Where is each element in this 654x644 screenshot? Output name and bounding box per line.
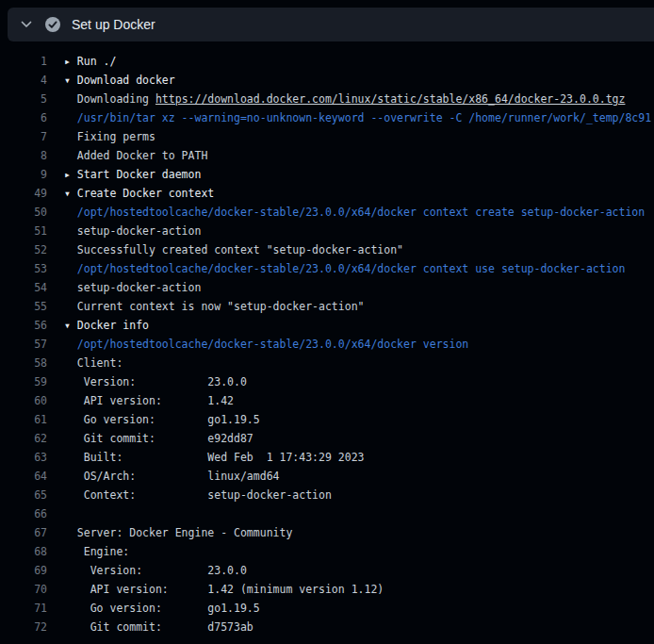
log-line: 55 Current context is now "setup-docker-… — [0, 297, 654, 316]
line-content: Version: 23.0.0 — [47, 561, 247, 580]
chevron-down-icon[interactable] — [15, 17, 38, 32]
line-content: Fixing perms — [47, 127, 155, 146]
line-number[interactable]: 50 — [0, 203, 47, 222]
line-content: Added Docker to PATH — [47, 146, 207, 165]
line-content: /opt/hostedtoolcache/docker-stable/23.0.… — [47, 259, 625, 278]
line-number[interactable]: 68 — [0, 542, 47, 561]
line-content: setup-docker-action — [47, 278, 201, 297]
log-line: 50 /opt/hostedtoolcache/docker-stable/23… — [0, 203, 654, 222]
log-line: 66 — [0, 504, 654, 523]
line-content: Engine: — [47, 542, 129, 561]
step-title: Set up Docker — [72, 17, 155, 32]
log-line: 54 setup-docker-action — [0, 278, 654, 297]
line-number[interactable]: 4 — [0, 71, 47, 90]
log-line: 4 ▾ Download docker — [0, 71, 654, 90]
line-content: setup-docker-action — [47, 222, 201, 240]
log-line: 9 ▸ Start Docker daemon — [0, 165, 654, 184]
line-number[interactable]: 63 — [0, 448, 47, 467]
check-circle-icon — [45, 17, 60, 32]
line-content: Client: — [47, 354, 123, 372]
log-line: 59 Version: 23.0.0 — [0, 372, 654, 391]
line-content: OS/Arch: linux/amd64 — [47, 467, 279, 486]
log-group-title[interactable]: ▾ Docker info — [47, 316, 149, 335]
log-line: 7 Fixing perms — [0, 127, 654, 146]
line-content: /opt/hostedtoolcache/docker-stable/23.0.… — [47, 335, 468, 354]
line-number[interactable]: 65 — [0, 486, 47, 504]
line-number[interactable]: 60 — [0, 391, 47, 410]
line-content — [47, 504, 77, 523]
log-line: 68 Engine: — [0, 542, 654, 561]
log-line: 49 ▾ Create Docker context — [0, 184, 654, 203]
line-content: /opt/hostedtoolcache/docker-stable/23.0.… — [47, 203, 645, 222]
log-line: 1 ▸ Run ./ — [0, 52, 654, 71]
line-content: Version: 23.0.0 — [47, 372, 247, 391]
line-number[interactable]: 53 — [0, 259, 47, 278]
line-content: API version: 1.42 (minimum version 1.12) — [47, 580, 384, 599]
log-line: 58 Client: — [0, 354, 654, 372]
line-content: Go version: go1.19.5 — [47, 599, 260, 618]
line-number[interactable]: 8 — [0, 146, 47, 165]
log-group-title[interactable]: ▸ Run ./ — [47, 52, 116, 71]
line-number[interactable]: 67 — [0, 523, 47, 542]
line-content: Downloading https://download.docker.com/… — [47, 90, 625, 108]
log-line: 67 Server: Docker Engine - Community — [0, 523, 654, 542]
log-line: 61 Go version: go1.19.5 — [0, 410, 654, 429]
line-content: Go version: go1.19.5 — [47, 410, 260, 429]
line-number[interactable]: 6 — [0, 108, 47, 127]
line-content: Current context is now "setup-docker-act… — [47, 297, 365, 316]
line-number[interactable]: 64 — [0, 467, 47, 486]
log-line: 57 /opt/hostedtoolcache/docker-stable/23… — [0, 335, 654, 354]
log-line: 5 Downloading https://download.docker.co… — [0, 90, 654, 108]
log-line: 71 Go version: go1.19.5 — [0, 599, 654, 618]
log-group-title[interactable]: ▾ Create Docker context — [47, 184, 214, 203]
line-content: /usr/bin/tar xz --warning=no-unknown-key… — [47, 108, 651, 127]
line-number[interactable]: 69 — [0, 561, 47, 580]
line-number[interactable]: 52 — [0, 240, 47, 259]
line-number[interactable]: 66 — [0, 504, 47, 523]
line-number[interactable]: 56 — [0, 316, 47, 335]
log-line: 53 /opt/hostedtoolcache/docker-stable/23… — [0, 259, 654, 278]
line-content: Git commit: e92dd87 — [47, 429, 253, 448]
line-number[interactable]: 62 — [0, 429, 47, 448]
line-number[interactable]: 58 — [0, 354, 47, 372]
line-content: Successfully created context "setup-dock… — [47, 240, 403, 259]
log-group-title[interactable]: ▾ Download docker — [47, 71, 175, 90]
line-content: Built: Wed Feb 1 17:43:29 2023 — [47, 448, 365, 467]
line-number[interactable]: 61 — [0, 410, 47, 429]
log-line: 64 OS/Arch: linux/amd64 — [0, 467, 654, 486]
line-content: Git commit: d7573ab — [47, 618, 253, 636]
log-line: 70 API version: 1.42 (minimum version 1.… — [0, 580, 654, 599]
line-number[interactable]: 1 — [0, 52, 47, 71]
log-line: 72 Git commit: d7573ab — [0, 618, 654, 636]
line-number[interactable]: 5 — [0, 90, 47, 108]
log-line: 6 /usr/bin/tar xz --warning=no-unknown-k… — [0, 108, 654, 127]
log-line: 63 Built: Wed Feb 1 17:43:29 2023 — [0, 448, 654, 467]
log-line: 51 setup-docker-action — [0, 222, 654, 240]
line-number[interactable]: 55 — [0, 297, 47, 316]
line-number[interactable]: 57 — [0, 335, 47, 354]
log-group-title[interactable]: ▸ Start Docker daemon — [47, 165, 201, 184]
log-url-link[interactable]: https://download.docker.com/linux/static… — [155, 92, 626, 106]
line-number[interactable]: 70 — [0, 580, 47, 599]
log-line: 62 Git commit: e92dd87 — [0, 429, 654, 448]
line-content: Server: Docker Engine - Community — [47, 523, 292, 542]
line-content: Context: setup-docker-action — [47, 486, 332, 504]
log-lines: 1 ▸ Run ./ 4 ▾ Download docker 5 Downloa… — [0, 41, 654, 644]
step-header-setup-docker[interactable]: Set up Docker — [8, 8, 654, 41]
log-line: 65 Context: setup-docker-action — [0, 486, 654, 504]
log-line: 56 ▾ Docker info — [0, 316, 654, 335]
line-number[interactable]: 49 — [0, 184, 47, 203]
log-line: 52 Successfully created context "setup-d… — [0, 240, 654, 259]
line-number[interactable]: 51 — [0, 222, 47, 240]
log-line: 69 Version: 23.0.0 — [0, 561, 654, 580]
line-number[interactable]: 54 — [0, 278, 47, 297]
line-number[interactable]: 72 — [0, 618, 47, 636]
line-number[interactable]: 71 — [0, 599, 47, 618]
line-content: API version: 1.42 — [47, 391, 234, 410]
line-number[interactable]: 7 — [0, 127, 47, 146]
line-number[interactable]: 9 — [0, 165, 47, 184]
log-line: 60 API version: 1.42 — [0, 391, 654, 410]
line-number[interactable]: 59 — [0, 372, 47, 391]
log-line: 8 Added Docker to PATH — [0, 146, 654, 165]
